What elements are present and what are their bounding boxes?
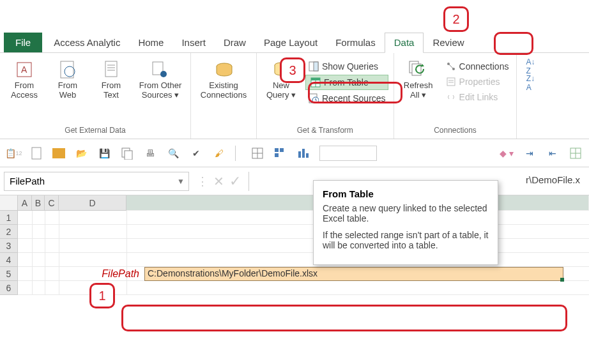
qat-save-icon[interactable]: 💾 [97,146,111,160]
sort-desc-icon: Z↓A [524,77,536,89]
svg-rect-36 [280,148,284,152]
svg-rect-34 [275,148,279,152]
svg-point-9 [160,71,167,77]
qat-copy-icon[interactable] [120,146,134,160]
row-header-3[interactable]: 3 [0,239,18,253]
web-icon [57,59,78,80]
callout-outline-fromtable [308,82,402,103]
tab-review[interactable]: Review [424,33,473,52]
svg-rect-4 [105,61,117,77]
tab-file[interactable]: File [4,33,42,52]
row-header-5[interactable]: 5 [0,267,18,281]
tooltip-line2: If the selected range isn't part of a ta… [323,230,489,250]
qat-more-icon[interactable] [569,146,583,160]
qat-spell-icon[interactable]: ✔ [189,146,203,160]
edit-links-icon [445,91,457,103]
tooltip-title: From Table [323,188,489,199]
from-web-button[interactable]: FromWeb [49,58,87,102]
qat-eraser-icon[interactable]: ◆ ▾ [500,146,514,160]
group-label-connections: Connections [434,125,477,137]
qat-preview-icon[interactable]: 🔍 [166,146,180,160]
show-queries-button[interactable]: Show Queries [305,59,388,73]
properties-icon [445,76,457,87]
tab-home[interactable]: Home [129,33,172,52]
col-header-d[interactable]: D [59,195,126,211]
sort-desc-button[interactable]: Z↓A [522,76,539,90]
group-existing-connections-wrap: ExistingConnections [191,53,257,139]
tab-data[interactable]: Data [385,33,424,53]
other-sources-icon [150,59,171,80]
svg-rect-13 [314,62,318,71]
show-queries-icon [308,61,319,72]
quick-access-toolbar: 📋12 📂 💾 🖶 🔍 ✔ 🖌 ◆ ▾ ⇥ ⇤ [0,139,589,167]
row-header-4[interactable]: 4 [0,253,18,267]
svg-rect-2 [61,61,73,78]
qat-chart2-icon[interactable] [296,146,310,160]
qat-indent-icon[interactable]: ⇥ [523,146,537,160]
svg-line-24 [448,64,454,69]
group-label-get-transform: Get & Transform [297,125,353,137]
svg-rect-35 [275,153,279,157]
group-sort: A↓Z Z↓A [517,53,544,139]
from-other-sources-button[interactable]: From OtherSources ▾ [135,58,185,102]
group-get-external-data: A FromAccess FromWeb FromText From Other… [0,53,191,139]
fx-cancel-icon[interactable]: ✕ [213,174,224,189]
filepath-label-cell: FilePath [63,268,139,280]
callout-1: 1 [89,283,115,308]
svg-rect-39 [306,153,309,158]
callout-2: 2 [443,6,469,32]
fx-divider-icon: ⋮ [197,174,208,188]
tab-page-layout[interactable]: Page Layout [255,33,326,52]
from-table-tooltip: From Table Create a new query linked to … [313,180,498,265]
sort-asc-button[interactable]: A↓Z [522,59,539,73]
callout-outline-data [494,32,533,55]
tab-formulas[interactable]: Formulas [326,33,385,52]
qat-chart1-icon[interactable] [273,146,287,160]
connections-button[interactable]: Connections [443,59,512,73]
qat-open-icon[interactable]: 📂 [74,146,88,160]
tooltip-line1: Create a new query linked to the selecte… [323,203,489,224]
fx-confirm-icon[interactable]: ✓ [229,173,241,190]
col-header-b[interactable]: B [32,195,45,211]
tab-draw[interactable]: Draw [215,33,255,52]
svg-text:A: A [21,64,27,75]
qat-paste-icon[interactable]: 📋12 [6,146,20,160]
row-header-6[interactable]: 6 [0,281,18,295]
col-header-c[interactable]: C [45,195,59,211]
qat-print-icon[interactable]: 🖶 [143,146,157,160]
from-text-button[interactable]: FromText [92,58,130,102]
properties-button[interactable]: Properties [443,75,512,89]
refresh-all-button[interactable]: RefreshAll ▾ [399,58,438,102]
formula-bar-row: FilePath ▼ ⋮ ✕ ✓ r\DemoFile.x [0,167,589,195]
row-header-2[interactable]: 2 [0,225,18,239]
callout-outline-filepath [121,305,567,331]
qat-star-icon[interactable] [52,148,65,158]
svg-rect-25 [447,78,455,86]
refresh-icon [408,59,429,80]
from-access-button[interactable]: A FromAccess [5,58,43,102]
name-box-dropdown-icon[interactable]: ▼ [177,177,185,186]
row-header-1[interactable]: 1 [0,211,18,225]
qat-format-painter-icon[interactable]: 🖌 [212,146,226,160]
col-header-a[interactable]: A [18,195,32,211]
existing-connections-icon [213,59,234,80]
name-box[interactable]: FilePath ▼ [4,172,189,191]
svg-rect-28 [32,148,41,159]
existing-connections-button[interactable]: ExistingConnections [196,58,251,102]
access-icon: A [14,59,34,80]
selected-cell[interactable]: C:Demonstrations\MyFolder\DemoFile.xlsx [144,267,563,281]
sort-asc-icon: A↓Z [524,61,536,72]
connections-icon [445,61,457,72]
select-all-corner[interactable] [0,195,18,211]
svg-rect-37 [298,151,301,158]
group-connections: RefreshAll ▾ Connections Properties Edit… [394,53,517,139]
tab-access-analytic[interactable]: Access Analytic [45,33,129,52]
qat-table-icon[interactable] [250,146,264,160]
qat-new-icon[interactable] [29,146,43,160]
edit-links-button[interactable]: Edit Links [443,90,512,104]
group-label-external-data: Get External Data [65,125,125,137]
tab-insert[interactable]: Insert [172,33,215,52]
callout-3: 3 [280,57,305,83]
worksheet-grid[interactable]: A B C D 1 2 3 4 5 FilePath C:Demonstrati… [0,195,589,295]
qat-outdent-icon[interactable]: ⇤ [546,146,560,160]
